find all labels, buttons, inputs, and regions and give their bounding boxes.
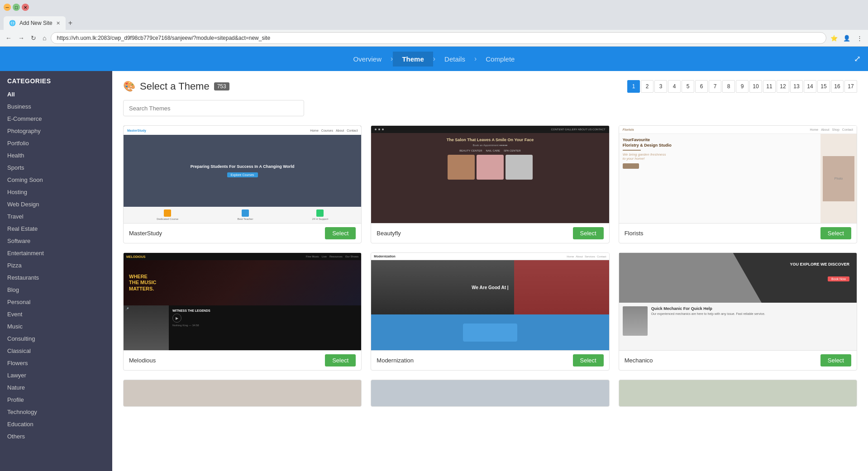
wizard-step-theme-label: Theme	[402, 55, 424, 63]
active-tab[interactable]: 🌐 Add New Site ✕	[4, 16, 66, 30]
page-btn-7[interactable]: 7	[709, 80, 721, 93]
sidebar-item-photography[interactable]: Photography	[0, 125, 112, 137]
wizard-step-theme[interactable]: Theme	[393, 52, 433, 67]
sidebar-item-all[interactable]: All	[0, 88, 112, 100]
sidebar-item-education[interactable]: Education	[0, 418, 112, 430]
back-button[interactable]: ←	[4, 33, 14, 43]
theme-card-florists: Florists HomeAboutShopContact YourFavour…	[619, 125, 857, 243]
page-btn-16[interactable]: 16	[831, 80, 844, 93]
page-btn-3[interactable]: 3	[654, 80, 667, 93]
bf-hero: The Salon That Leaves A Smile On Your Fa…	[371, 133, 609, 223]
page-btn-8[interactable]: 8	[722, 80, 735, 93]
theme-name-mechanico: Mechanico	[625, 357, 653, 364]
minimize-button[interactable]: ─	[4, 4, 11, 11]
address-bar-row: ← → ↻ ⌂ ⭐ 👤 ⋮	[0, 30, 868, 46]
page-header: 🎨 Select a Theme 753 1 2 3 4 5 6 7 8 9 1…	[123, 80, 857, 93]
address-input[interactable]	[51, 32, 826, 44]
search-input[interactable]	[123, 100, 304, 116]
theme-name-melodious: Melodious	[129, 357, 156, 364]
expand-icon[interactable]: ⤢	[854, 54, 861, 64]
wizard-step-details[interactable]: Details	[435, 52, 474, 67]
theme-footer-beautyfly: Beautyfly Select	[371, 223, 609, 243]
sidebar-title: Categories	[0, 71, 112, 88]
page-btn-2[interactable]: 2	[641, 80, 653, 93]
profile-icon[interactable]: 👤	[842, 33, 852, 43]
sidebar-item-travel[interactable]: Travel	[0, 210, 112, 223]
select-melodious-button[interactable]: Select	[325, 354, 356, 366]
select-florists-button[interactable]: Select	[820, 227, 851, 239]
wizard-step-complete[interactable]: Complete	[477, 52, 524, 67]
mech-cta-btn: Book Now	[828, 276, 849, 281]
main-layout: Categories All Business E-Commerce Photo…	[0, 71, 868, 471]
sidebar-item-real-estate[interactable]: Real Estate	[0, 223, 112, 235]
page-btn-12[interactable]: 12	[777, 80, 789, 93]
page-btn-15[interactable]: 15	[817, 80, 830, 93]
sidebar-item-event[interactable]: Event	[0, 308, 112, 320]
maximize-button[interactable]: □	[13, 4, 20, 11]
sidebar-item-flowers[interactable]: Flowers	[0, 357, 112, 369]
sidebar-item-personal[interactable]: Personal	[0, 296, 112, 308]
theme-preview-mechanico: YOU EXPLORE WE DISCOVER Book Now Quick M…	[619, 253, 857, 350]
mel-hero-text: WHERETHE MUSICMATTERS.	[129, 274, 157, 292]
sidebar-item-software[interactable]: Software	[0, 235, 112, 247]
sidebar-item-pizza[interactable]: Pizza	[0, 259, 112, 271]
wizard-step-complete-label: Complete	[486, 55, 515, 63]
theme-footer-melodious: Melodious Select	[124, 350, 361, 370]
sidebar-item-sports[interactable]: Sports	[0, 162, 112, 174]
page-btn-5[interactable]: 5	[682, 80, 694, 93]
page-btn-14[interactable]: 14	[804, 80, 816, 93]
select-modernization-button[interactable]: Select	[573, 354, 604, 366]
menu-icon[interactable]: ⋮	[854, 33, 864, 43]
wizard-steps: Overview › Theme › Details › Complete	[344, 52, 524, 67]
wizard-step-overview[interactable]: Overview	[344, 52, 391, 67]
theme-card-melodious: MELODIOUS Fine MusicLiveResourcesOur Sho…	[123, 252, 362, 371]
sidebar-item-blog[interactable]: Blog	[0, 284, 112, 296]
sidebar-item-restaurants[interactable]: Restaurants	[0, 271, 112, 284]
sidebar-item-web-design[interactable]: Web Design	[0, 198, 112, 210]
sidebar-item-hosting[interactable]: Hosting	[0, 186, 112, 198]
page-btn-9[interactable]: 9	[736, 80, 749, 93]
sidebar-item-classical[interactable]: Classical	[0, 345, 112, 357]
forward-button[interactable]: →	[16, 33, 26, 43]
theme-footer-mechanico: Mechanico Select	[619, 350, 857, 370]
browser-chrome: ─ □ ✕ 🌐 Add New Site ✕ + ← → ↻ ⌂ ⭐ 👤 ⋮	[0, 0, 868, 47]
home-button[interactable]: ⌂	[41, 33, 48, 43]
reload-button[interactable]: ↻	[29, 33, 38, 43]
browser-title-bar: ─ □ ✕	[0, 0, 868, 14]
select-beautyfly-button[interactable]: Select	[573, 227, 604, 239]
sidebar-item-music[interactable]: Music	[0, 320, 112, 333]
theme-name-masterstudy: MasterStudy	[129, 230, 162, 237]
close-button[interactable]: ✕	[22, 4, 29, 11]
sidebar-item-technology[interactable]: Technology	[0, 406, 112, 418]
sidebar-item-ecommerce[interactable]: E-Commerce	[0, 113, 112, 125]
page-btn-4[interactable]: 4	[668, 80, 681, 93]
new-tab-button[interactable]: +	[68, 19, 72, 27]
sidebar-item-consulting[interactable]: Consulting	[0, 333, 112, 345]
page-btn-10[interactable]: 10	[749, 80, 762, 93]
toolbar-icons: ⭐ 👤 ⋮	[829, 33, 864, 43]
sidebar-item-entertainment[interactable]: Entertainment	[0, 247, 112, 259]
sidebar-item-health[interactable]: Health	[0, 149, 112, 162]
page-btn-11[interactable]: 11	[763, 80, 776, 93]
fl-nav: Florists HomeAboutShopContact	[619, 126, 857, 134]
sidebar-item-profile[interactable]: Profile	[0, 394, 112, 406]
bf-hero-text: The Salon That Leaves A Smile On Your Fa…	[375, 138, 605, 142]
sidebar-item-coming-soon[interactable]: Coming Soon	[0, 174, 112, 186]
sidebar-item-lawyer[interactable]: Lawyer	[0, 369, 112, 381]
ms-explore-btn: Explore Courses	[227, 172, 258, 177]
select-masterstudy-button[interactable]: Select	[325, 227, 356, 239]
tab-close-icon[interactable]: ✕	[56, 20, 60, 26]
page-btn-17[interactable]: 17	[844, 80, 857, 93]
page-btn-6[interactable]: 6	[695, 80, 708, 93]
theme-preview-melodious: MELODIOUS Fine MusicLiveResourcesOur Sho…	[124, 253, 361, 350]
page-btn-1[interactable]: 1	[627, 80, 640, 93]
sidebar-item-portfolio[interactable]: Portfolio	[0, 137, 112, 149]
theme-name-beautyfly: Beautyfly	[377, 230, 401, 237]
sidebar-item-nature[interactable]: Nature	[0, 381, 112, 394]
mel-witness: WITNESS THE LEGENDS ▶ Nothing King — 34:…	[169, 305, 361, 350]
extensions-icon[interactable]: ⭐	[829, 33, 839, 43]
select-mechanico-button[interactable]: Select	[820, 354, 851, 366]
page-btn-13[interactable]: 13	[790, 80, 803, 93]
sidebar-item-business[interactable]: Business	[0, 100, 112, 113]
sidebar-item-others[interactable]: Others	[0, 430, 112, 442]
